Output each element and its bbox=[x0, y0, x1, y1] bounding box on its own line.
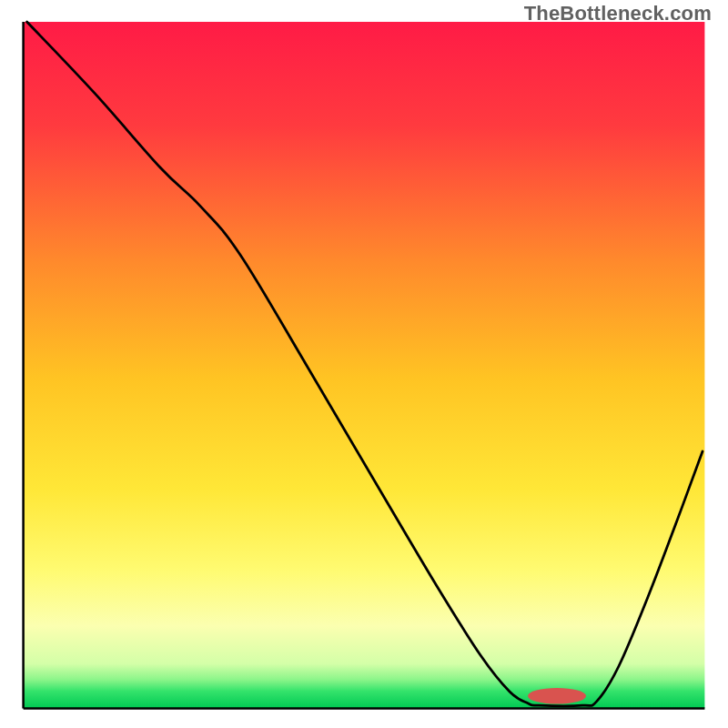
bottleneck-chart: TheBottleneck.com bbox=[0, 0, 728, 728]
chart-svg bbox=[0, 0, 728, 728]
chart-background bbox=[24, 22, 705, 708]
optimum-marker bbox=[528, 688, 586, 704]
